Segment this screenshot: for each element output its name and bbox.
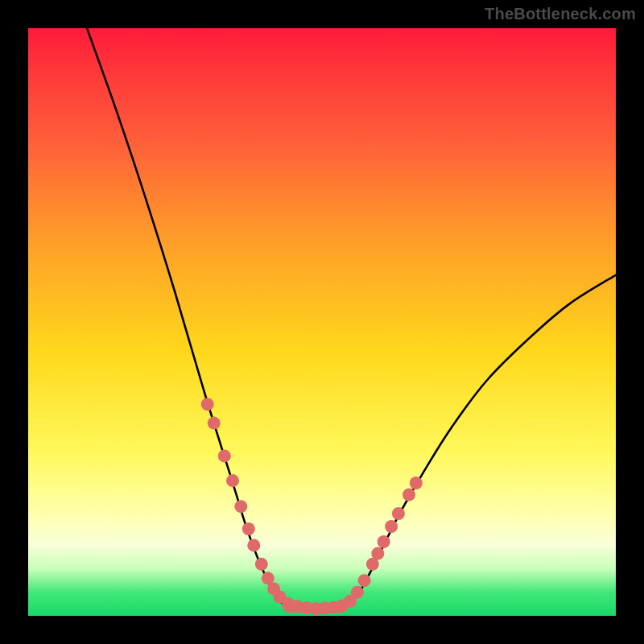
data-marker — [247, 539, 260, 551]
data-marker — [378, 535, 390, 548]
data-marker — [402, 489, 415, 502]
data-marker — [410, 477, 423, 489]
data-marker — [218, 449, 231, 462]
watermark-text: TheBottleneck.com — [485, 5, 636, 23]
data-marker — [208, 417, 221, 430]
plot-area — [28, 28, 616, 616]
data-marker — [392, 507, 405, 520]
chart-frame: TheBottleneck.com — [0, 0, 644, 644]
marker-group — [201, 398, 423, 615]
data-marker — [371, 547, 384, 560]
valley-bar — [284, 604, 347, 613]
curve-layer — [28, 28, 616, 616]
data-marker — [385, 520, 398, 533]
data-marker — [234, 500, 247, 513]
bottleneck-curve — [87, 28, 616, 609]
data-marker — [201, 398, 214, 411]
data-marker — [351, 586, 364, 599]
data-marker — [226, 474, 239, 487]
data-marker — [358, 574, 371, 587]
data-marker — [242, 522, 255, 535]
data-marker — [255, 558, 268, 571]
